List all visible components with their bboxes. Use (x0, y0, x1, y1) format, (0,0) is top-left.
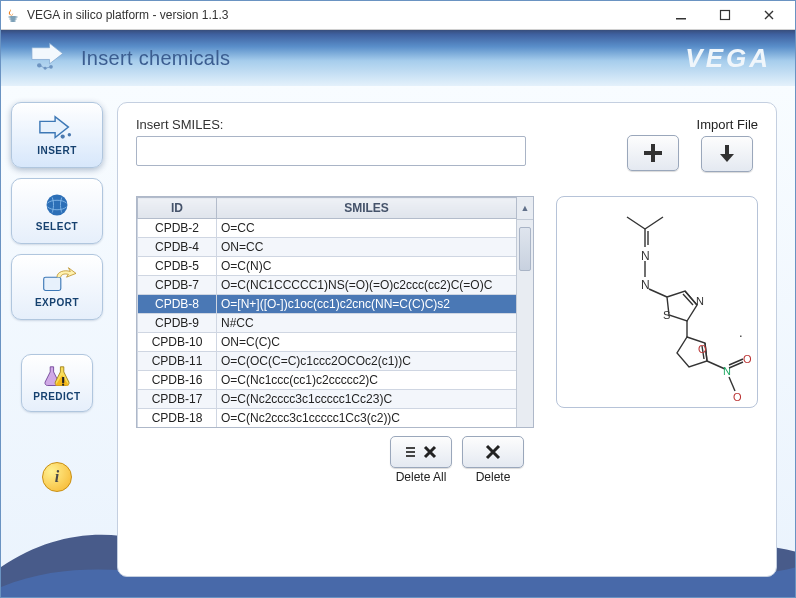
app-window: VEGA in silico platform - version 1.1.3 … (0, 0, 796, 598)
import-button[interactable] (701, 136, 753, 172)
table-row[interactable]: CPDB-11O=C(OC(C=C)c1ccc2OCOc2(c1))C (138, 352, 517, 371)
cell-smiles: O=CC (217, 219, 517, 238)
download-icon (715, 142, 739, 166)
table-row[interactable]: CPDB-7O=C(NC1CCCCC1)NS(=O)(=O)c2ccc(cc2)… (138, 276, 517, 295)
content-row: ID SMILES CPDB-2O=CCCPDB-4ON=CCCPDB-5O=C… (136, 196, 758, 562)
info-button[interactable]: i (42, 462, 72, 492)
smiles-input[interactable] (136, 136, 526, 166)
cell-id: CPDB-9 (138, 314, 217, 333)
svg-point-6 (68, 132, 71, 135)
svg-text:N: N (641, 278, 650, 292)
minimize-icon (675, 9, 687, 21)
nav-label: PREDICT (33, 391, 80, 402)
table-row[interactable]: CPDB-9N#CC (138, 314, 517, 333)
x-icon (485, 444, 501, 460)
import-label: Import File (697, 117, 758, 132)
nav-export[interactable]: EXPORT (11, 254, 103, 320)
cell-id: CPDB-2 (138, 219, 217, 238)
table-row[interactable]: CPDB-2O=CC (138, 219, 517, 238)
insert-arrow-icon (29, 42, 73, 74)
svg-rect-1 (721, 11, 730, 20)
table-row[interactable]: CPDB-19O=C(Nc1cccc3c1c2ccccc2C3)C (138, 428, 517, 429)
svg-text:O: O (743, 353, 752, 365)
maximize-icon (719, 9, 731, 21)
cell-id: CPDB-8 (138, 295, 217, 314)
cell-smiles: O=C(Nc1ccc(cc1)c2ccccc2)C (217, 371, 517, 390)
table-row[interactable]: CPDB-4ON=CC (138, 238, 517, 257)
x-icon (423, 445, 437, 459)
delete-all-button[interactable] (390, 436, 452, 468)
svg-point-2 (37, 63, 41, 67)
cell-smiles: O=C(Nc2cccc3c1ccccc1Cc23)C (217, 390, 517, 409)
svg-text:O: O (733, 391, 742, 403)
titlebar: VEGA in silico platform - version 1.1.3 (1, 1, 795, 30)
cell-id: CPDB-19 (138, 428, 217, 429)
nav-label: EXPORT (35, 297, 79, 308)
col-smiles-header[interactable]: SMILES (217, 198, 517, 219)
cell-id: CPDB-5 (138, 257, 217, 276)
cell-smiles: N#CC (217, 314, 517, 333)
close-icon (763, 9, 775, 21)
body: INSERT SELECT EXPORT (1, 86, 795, 597)
col-id-header[interactable]: ID (138, 198, 217, 219)
scroll-thumb[interactable] (519, 227, 531, 271)
cell-smiles: O=C(N)C (217, 257, 517, 276)
svg-rect-10 (62, 377, 64, 383)
cell-id: CPDB-11 (138, 352, 217, 371)
table-row[interactable]: CPDB-17O=C(Nc2cccc3c1ccccc1Cc23)C (138, 390, 517, 409)
cell-smiles: ON=C(C)C (217, 333, 517, 352)
brand-logo: VEGA (685, 43, 771, 74)
minimize-button[interactable] (659, 4, 703, 26)
cell-smiles: O=C(Nc2ccc3c1ccccc1Cc3(c2))C (217, 409, 517, 428)
globe-icon (38, 191, 76, 219)
smiles-input-block: Insert SMILES: (136, 117, 609, 166)
cell-id: CPDB-10 (138, 333, 217, 352)
nav-insert[interactable]: INSERT (11, 102, 103, 168)
flask-icon (40, 365, 74, 389)
svg-rect-8 (44, 277, 61, 290)
table-row[interactable]: CPDB-10ON=C(C)C (138, 333, 517, 352)
table-row[interactable]: CPDB-16O=C(Nc1ccc(cc1)c2ccccc2)C (138, 371, 517, 390)
chemicals-table: ID SMILES CPDB-2O=CCCPDB-4ON=CCCPDB-5O=C… (137, 197, 517, 428)
cell-id: CPDB-7 (138, 276, 217, 295)
svg-text:N: N (723, 365, 731, 377)
nav-label: SELECT (36, 221, 78, 232)
delete-button[interactable] (462, 436, 524, 468)
table-row[interactable]: CPDB-18O=C(Nc2ccc3c1ccccc1Cc3(c2))C (138, 409, 517, 428)
cell-smiles: O=[N+]([O-])c1oc(cc1)c2cnc(NN=C(C)C)s2 (217, 295, 517, 314)
table-row[interactable]: CPDB-8O=[N+]([O-])c1oc(cc1)c2cnc(NN=C(C)… (138, 295, 517, 314)
smiles-label: Insert SMILES: (136, 117, 223, 132)
delete-all-label: Delete All (396, 470, 447, 484)
java-icon (5, 7, 21, 23)
export-icon (38, 267, 76, 295)
nav-predict[interactable]: PREDICT (21, 354, 93, 412)
cell-id: CPDB-17 (138, 390, 217, 409)
structure-preview: N N S N O (556, 196, 758, 408)
scroll-up-arrow[interactable]: ▲ (517, 197, 533, 220)
nav-select[interactable]: SELECT (11, 178, 103, 244)
molecule-icon: N N S N O (557, 197, 757, 407)
table-scroll: ID SMILES CPDB-2O=CCCPDB-4ON=CCCPDB-5O=C… (136, 196, 534, 428)
delete-label: Delete (476, 470, 511, 484)
svg-point-5 (61, 134, 65, 138)
main-panel: Insert SMILES: Import File (117, 102, 777, 577)
svg-point-7 (47, 194, 68, 215)
cell-smiles: ON=CC (217, 238, 517, 257)
delete-buttons-row: Delete All Delete (136, 436, 524, 484)
table-scrollbar[interactable]: ▲ (516, 219, 533, 427)
svg-rect-0 (676, 18, 686, 20)
cell-smiles: O=C(OC(C=C)c1ccc2OCOc2(c1))C (217, 352, 517, 371)
table-row[interactable]: CPDB-5O=C(N)C (138, 257, 517, 276)
sidebar: INSERT SELECT EXPORT (1, 86, 113, 597)
add-button[interactable] (627, 135, 679, 171)
close-button[interactable] (747, 4, 791, 26)
svg-text:O: O (698, 343, 707, 355)
cell-id: CPDB-16 (138, 371, 217, 390)
cell-smiles: O=C(NC1CCCCC1)NS(=O)(=O)c2ccc(cc2)C(=O)C (217, 276, 517, 295)
window-title: VEGA in silico platform - version 1.1.3 (27, 8, 659, 22)
svg-text:N: N (696, 295, 704, 307)
insert-row: Insert SMILES: Import File (136, 117, 758, 172)
svg-text:N: N (641, 249, 650, 263)
cell-id: CPDB-4 (138, 238, 217, 257)
maximize-button[interactable] (703, 4, 747, 26)
